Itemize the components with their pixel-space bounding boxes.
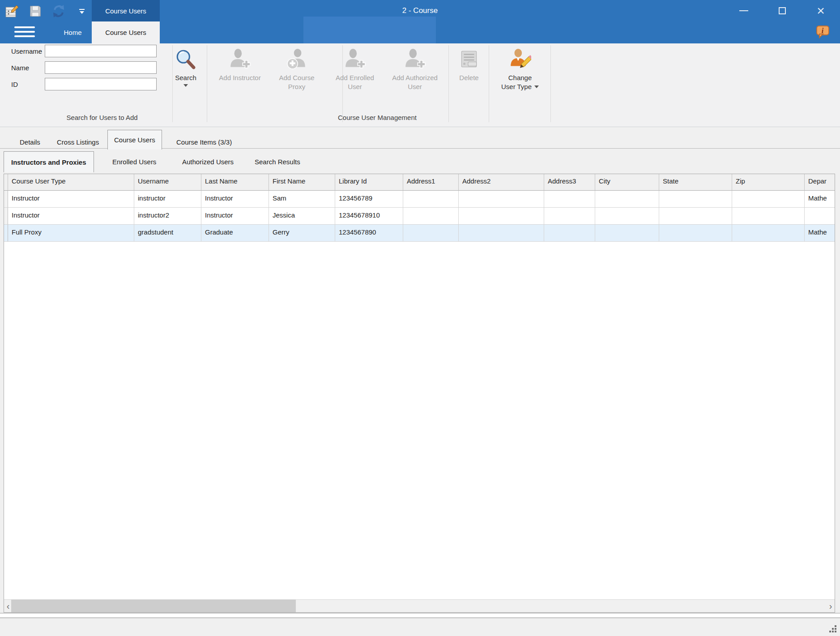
doc-tab-course-items-3-3[interactable]: Course Items (3/3) [170, 135, 238, 149]
course-users-grid: Course User TypeUsernameLast NameFirst N… [4, 174, 835, 613]
delete-button: Delete [451, 45, 487, 82]
column-header-address3[interactable]: Address3 [544, 174, 595, 191]
tab-course-users[interactable]: Course Users [92, 21, 160, 43]
column-header-course-user-type[interactable]: Course User Type [8, 174, 134, 191]
grid-cell[interactable]: Graduate [201, 225, 269, 242]
sub-tab-search-results[interactable]: Search Results [247, 154, 307, 169]
grid-cell[interactable]: instructor2 [134, 208, 201, 225]
sub-tab-authorized-users[interactable]: Authorized Users [175, 154, 241, 169]
change-user-type-button[interactable]: Change User Type [493, 45, 547, 91]
document-tab-row: DetailsCross ListingsCourse UsersCourse … [0, 132, 840, 149]
save-icon[interactable] [28, 4, 43, 19]
scrollbar-thumb[interactable] [11, 600, 296, 612]
minimize-button[interactable] [725, 0, 763, 21]
window-controls: × [725, 0, 840, 21]
grid-cell[interactable]: 123456789 [335, 191, 403, 208]
column-header-library-id[interactable]: Library Id [335, 174, 403, 191]
refresh-icon[interactable] [51, 4, 66, 19]
grid-cell[interactable]: instructor [134, 191, 201, 208]
grid-cell[interactable]: Mathe [805, 191, 835, 208]
username-input[interactable] [45, 45, 157, 57]
grid-cell[interactable]: Instructor [201, 208, 269, 225]
grid-cell[interactable] [459, 225, 544, 242]
doc-tab-cross-listings[interactable]: Cross Listings [51, 135, 105, 149]
grid-cell[interactable]: Instructor [8, 208, 134, 225]
grid-cell[interactable]: Mathe [805, 225, 835, 242]
grid-cell[interactable] [403, 225, 459, 242]
horizontal-scrollbar[interactable]: ‹ › [4, 599, 835, 612]
column-header-username[interactable]: Username [134, 174, 201, 191]
sub-tab-instructors-and-proxies[interactable]: Instructors and Proxies [4, 151, 94, 172]
column-header-address2[interactable]: Address2 [459, 174, 544, 191]
change-user-type-icon [509, 47, 531, 71]
row-indicator-gutter [4, 191, 8, 208]
column-header-last-name[interactable]: Last Name [201, 174, 269, 191]
sub-tab-enrolled-users[interactable]: Enrolled Users [105, 154, 163, 169]
column-header-state[interactable]: State [659, 174, 732, 191]
resize-grip[interactable] [829, 625, 837, 633]
name-label: Name [0, 64, 45, 72]
application-menu-button[interactable] [14, 26, 35, 37]
change-user-type-label: Change User Type [501, 73, 539, 91]
grid-cell[interactable] [544, 225, 595, 242]
id-input[interactable] [45, 78, 157, 90]
column-header-depar[interactable]: Depar [805, 174, 835, 191]
grid-cell[interactable]: Instructor [201, 191, 269, 208]
grid-cell[interactable] [659, 208, 732, 225]
minimize-icon [739, 10, 748, 11]
add-authorized-user-label: Add Authorized User [386, 73, 444, 91]
table-row[interactable]: Full ProxygradstudentGraduateGerry123456… [4, 225, 835, 242]
grid-cell[interactable]: Gerry [269, 225, 335, 242]
grid-cell[interactable]: Jessica [269, 208, 335, 225]
table-row[interactable]: InstructorinstructorInstructorSam1234567… [4, 191, 835, 208]
grid-cell[interactable] [595, 191, 659, 208]
quick-access-toolbar [4, 3, 90, 20]
search-icon [175, 47, 197, 71]
grid-cell[interactable] [659, 191, 732, 208]
grid-cell[interactable] [732, 225, 805, 242]
grid-cell[interactable] [595, 208, 659, 225]
column-header-zip[interactable]: Zip [732, 174, 805, 191]
grid-cell[interactable]: 12345678910 [335, 208, 403, 225]
column-header-address1[interactable]: Address1 [403, 174, 459, 191]
doc-tab-details[interactable]: Details [13, 135, 47, 149]
column-header-city[interactable]: City [595, 174, 659, 191]
grid-cell[interactable] [403, 208, 459, 225]
scroll-right-icon[interactable]: › [827, 600, 835, 612]
grid-cell[interactable] [459, 208, 544, 225]
grid-cell[interactable]: gradstudent [134, 225, 201, 242]
grid-cell[interactable] [544, 208, 595, 225]
add-enrolled-user-icon [344, 47, 366, 71]
id-label: ID [0, 81, 45, 88]
search-button-label: Search [175, 73, 196, 82]
grid-cell[interactable]: Full Proxy [8, 225, 134, 242]
maximize-button[interactable] [763, 0, 802, 21]
ribbon-separator [550, 45, 551, 122]
tab-home[interactable]: Home [51, 21, 94, 43]
grid-cell[interactable] [403, 191, 459, 208]
grid-cell[interactable] [732, 208, 805, 225]
qat-customize-dropdown-icon[interactable] [74, 4, 90, 19]
id-field-row: ID [0, 77, 157, 91]
search-button[interactable]: Search [168, 45, 204, 87]
grid-cell[interactable] [659, 225, 732, 242]
help-icon[interactable]: i [816, 25, 830, 38]
edit-course-icon[interactable] [4, 4, 20, 19]
grid-cell[interactable] [459, 191, 544, 208]
grid-cell[interactable] [732, 191, 805, 208]
grid-cell[interactable]: 1234567890 [335, 225, 403, 242]
doc-tab-course-users[interactable]: Course Users [107, 130, 162, 149]
grid-cell[interactable] [595, 225, 659, 242]
table-row[interactable]: Instructorinstructor2InstructorJessica12… [4, 208, 835, 225]
grid-cell[interactable]: Sam [269, 191, 335, 208]
grid-cell[interactable]: Instructor [8, 191, 134, 208]
grid-cell[interactable] [805, 208, 835, 225]
titlebar-region: 2 - Course [0, 0, 840, 43]
svg-text:i: i [822, 27, 824, 34]
column-header-first-name[interactable]: First Name [269, 174, 335, 191]
grid-cell[interactable] [544, 191, 595, 208]
delete-icon [458, 47, 480, 71]
close-button[interactable]: × [802, 0, 840, 21]
status-bar [0, 618, 840, 636]
name-input[interactable] [45, 61, 157, 74]
